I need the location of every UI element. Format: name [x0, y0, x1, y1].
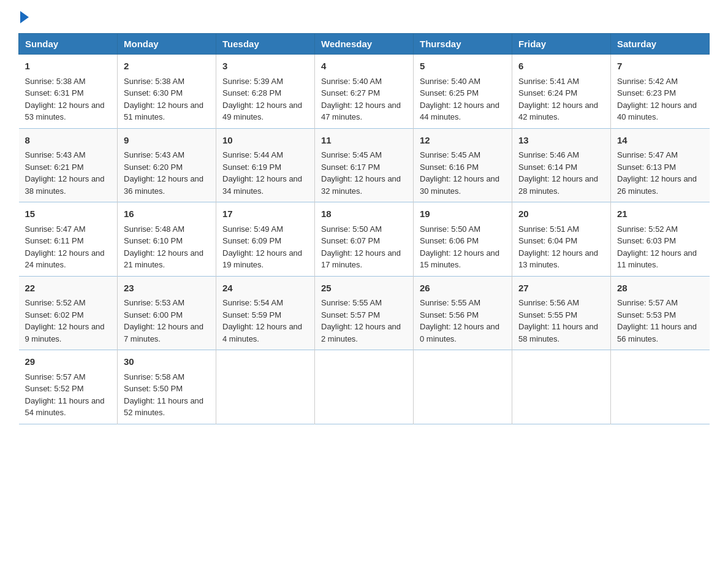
calendar-day-cell — [414, 350, 512, 424]
calendar-header: Sunday Monday Tuesday Wednesday Thursday… — [19, 34, 710, 55]
daylight-text: Daylight: 12 hours and 30 minutes. — [420, 174, 499, 196]
sunrise-text: Sunrise: 5:38 AM — [124, 77, 184, 86]
calendar-body: 1Sunrise: 5:38 AMSunset: 6:31 PMDaylight… — [19, 55, 710, 424]
sunset-text: Sunset: 6:03 PM — [617, 236, 676, 245]
sunrise-text: Sunrise: 5:55 AM — [321, 298, 382, 307]
sunset-text: Sunset: 6:19 PM — [222, 163, 281, 172]
calendar-day-cell: 2Sunrise: 5:38 AMSunset: 6:30 PMDaylight… — [118, 55, 216, 129]
daylight-text: Daylight: 12 hours and 38 minutes. — [25, 174, 105, 196]
day-number: 24 — [222, 282, 308, 296]
calendar-day-cell: 20Sunrise: 5:51 AMSunset: 6:04 PMDayligh… — [512, 202, 611, 277]
calendar-day-cell: 22Sunrise: 5:52 AMSunset: 6:02 PMDayligh… — [19, 276, 118, 350]
daylight-text: Daylight: 11 hours and 54 minutes. — [25, 396, 105, 418]
sunrise-text: Sunrise: 5:44 AM — [222, 150, 283, 159]
day-number: 13 — [518, 134, 604, 148]
sunset-text: Sunset: 6:14 PM — [518, 163, 577, 172]
sunrise-text: Sunrise: 5:40 AM — [321, 77, 382, 86]
calendar-day-cell: 19Sunrise: 5:50 AMSunset: 6:06 PMDayligh… — [414, 202, 512, 277]
daylight-text: Daylight: 12 hours and 4 minutes. — [222, 322, 302, 343]
calendar-day-cell: 9Sunrise: 5:43 AMSunset: 6:20 PMDaylight… — [118, 128, 216, 202]
calendar-day-cell: 15Sunrise: 5:47 AMSunset: 6:11 PMDayligh… — [19, 202, 118, 277]
day-number: 18 — [321, 207, 407, 221]
daylight-text: Daylight: 12 hours and 15 minutes. — [420, 248, 499, 270]
day-number: 6 — [518, 59, 604, 74]
day-number: 2 — [124, 59, 210, 74]
sunset-text: Sunset: 5:59 PM — [222, 310, 281, 320]
day-number: 10 — [222, 134, 308, 148]
day-number: 22 — [25, 282, 112, 296]
sunrise-text: Sunrise: 5:47 AM — [617, 150, 678, 159]
calendar-day-cell: 26Sunrise: 5:55 AMSunset: 5:56 PMDayligh… — [414, 276, 512, 350]
daylight-text: Daylight: 11 hours and 52 minutes. — [124, 396, 203, 418]
day-number: 21 — [617, 207, 703, 221]
calendar-table: Sunday Monday Tuesday Wednesday Thursday… — [18, 33, 710, 424]
sunset-text: Sunset: 6:10 PM — [124, 236, 183, 245]
calendar-week-row: 8Sunrise: 5:43 AMSunset: 6:21 PMDaylight… — [19, 128, 710, 202]
daylight-text: Daylight: 12 hours and 17 minutes. — [321, 248, 401, 270]
daylight-text: Daylight: 12 hours and 7 minutes. — [124, 322, 203, 343]
daylight-text: Daylight: 12 hours and 51 minutes. — [124, 101, 203, 122]
sunset-text: Sunset: 5:55 PM — [518, 310, 577, 320]
daylight-text: Daylight: 12 hours and 49 minutes. — [222, 101, 302, 122]
sunrise-text: Sunrise: 5:40 AM — [420, 77, 480, 86]
sunrise-text: Sunrise: 5:51 AM — [518, 224, 579, 234]
sunset-text: Sunset: 5:52 PM — [25, 384, 84, 393]
calendar-day-cell: 4Sunrise: 5:40 AMSunset: 6:27 PMDaylight… — [315, 55, 414, 129]
calendar-day-cell — [315, 350, 414, 424]
sunrise-text: Sunrise: 5:57 AM — [617, 298, 678, 307]
sunrise-text: Sunrise: 5:58 AM — [124, 372, 184, 381]
sunrise-text: Sunrise: 5:45 AM — [321, 150, 382, 159]
sunrise-text: Sunrise: 5:45 AM — [420, 150, 480, 159]
daylight-text: Daylight: 12 hours and 40 minutes. — [617, 101, 697, 122]
day-number: 9 — [124, 134, 210, 148]
daylight-text: Daylight: 12 hours and 47 minutes. — [321, 101, 401, 122]
calendar-day-cell: 17Sunrise: 5:49 AMSunset: 6:09 PMDayligh… — [216, 202, 315, 277]
sunrise-text: Sunrise: 5:55 AM — [420, 298, 480, 307]
calendar-day-cell: 6Sunrise: 5:41 AMSunset: 6:24 PMDaylight… — [512, 55, 611, 129]
sunset-text: Sunset: 6:21 PM — [25, 163, 84, 172]
day-number: 28 — [617, 282, 703, 296]
daylight-text: Daylight: 12 hours and 2 minutes. — [321, 322, 401, 343]
page-header — [18, 12, 710, 23]
sunrise-text: Sunrise: 5:39 AM — [222, 77, 283, 86]
day-number: 17 — [222, 207, 308, 221]
sunrise-text: Sunrise: 5:56 AM — [518, 298, 579, 307]
sunset-text: Sunset: 6:00 PM — [124, 310, 183, 320]
calendar-day-cell: 1Sunrise: 5:38 AMSunset: 6:31 PMDaylight… — [19, 55, 118, 129]
calendar-day-cell: 14Sunrise: 5:47 AMSunset: 6:13 PMDayligh… — [611, 128, 710, 202]
sunset-text: Sunset: 6:17 PM — [321, 163, 380, 172]
sunset-text: Sunset: 6:13 PM — [617, 163, 676, 172]
sunset-text: Sunset: 6:24 PM — [518, 88, 577, 98]
day-number: 23 — [124, 282, 210, 296]
daylight-text: Daylight: 11 hours and 56 minutes. — [617, 322, 697, 343]
day-number: 29 — [25, 355, 112, 369]
calendar-week-row: 1Sunrise: 5:38 AMSunset: 6:31 PMDaylight… — [19, 55, 710, 129]
calendar-day-cell: 28Sunrise: 5:57 AMSunset: 5:53 PMDayligh… — [611, 276, 710, 350]
day-number: 4 — [321, 59, 407, 74]
header-monday: Monday — [118, 34, 216, 55]
sunset-text: Sunset: 6:31 PM — [25, 88, 84, 98]
sunset-text: Sunset: 6:23 PM — [617, 88, 676, 98]
sunrise-text: Sunrise: 5:43 AM — [124, 150, 184, 159]
calendar-day-cell: 8Sunrise: 5:43 AMSunset: 6:21 PMDaylight… — [19, 128, 118, 202]
day-number: 14 — [617, 134, 703, 148]
calendar-day-cell: 24Sunrise: 5:54 AMSunset: 5:59 PMDayligh… — [216, 276, 315, 350]
sunset-text: Sunset: 6:25 PM — [420, 88, 479, 98]
calendar-day-cell: 7Sunrise: 5:42 AMSunset: 6:23 PMDaylight… — [611, 55, 710, 129]
calendar-week-row: 29Sunrise: 5:57 AMSunset: 5:52 PMDayligh… — [19, 350, 710, 424]
sunset-text: Sunset: 5:57 PM — [321, 310, 380, 320]
calendar-day-cell — [512, 350, 611, 424]
day-number: 19 — [420, 207, 506, 221]
sunrise-text: Sunrise: 5:52 AM — [617, 224, 678, 234]
sunrise-text: Sunrise: 5:46 AM — [518, 150, 579, 159]
logo-arrow-icon — [20, 11, 29, 23]
day-number: 30 — [124, 355, 210, 369]
sunset-text: Sunset: 6:11 PM — [25, 236, 84, 245]
calendar-day-cell — [611, 350, 710, 424]
calendar-week-row: 22Sunrise: 5:52 AMSunset: 6:02 PMDayligh… — [19, 276, 710, 350]
weekday-header-row: Sunday Monday Tuesday Wednesday Thursday… — [19, 34, 710, 55]
daylight-text: Daylight: 12 hours and 34 minutes. — [222, 174, 302, 196]
sunset-text: Sunset: 6:07 PM — [321, 236, 380, 245]
daylight-text: Daylight: 12 hours and 0 minutes. — [420, 322, 499, 343]
day-number: 15 — [25, 207, 112, 221]
